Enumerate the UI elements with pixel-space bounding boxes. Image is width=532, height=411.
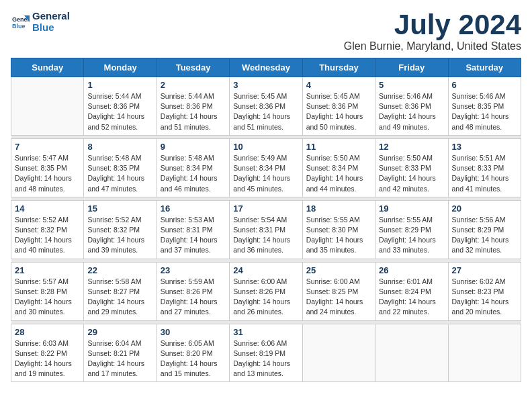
cell-1-1 (11, 77, 84, 136)
header: General Blue General Blue July 2024 Glen… (11, 11, 521, 52)
cell-info: Sunrise: 5:59 AM Sunset: 8:26 PM Dayligh… (161, 277, 226, 318)
cell-4-5: 25Sunrise: 6:00 AM Sunset: 8:25 PM Dayli… (302, 262, 375, 320)
week-row-2: 7Sunrise: 5:47 AM Sunset: 8:35 PM Daylig… (11, 138, 521, 197)
cell-5-5 (302, 324, 375, 382)
cell-date: 31 (233, 327, 298, 337)
cell-3-1: 14Sunrise: 5:52 AM Sunset: 8:32 PM Dayli… (11, 200, 84, 259)
cell-info: Sunrise: 6:00 AM Sunset: 8:26 PM Dayligh… (233, 277, 298, 318)
cell-2-5: 11Sunrise: 5:50 AM Sunset: 8:34 PM Dayli… (302, 138, 375, 197)
cell-info: Sunrise: 5:46 AM Sunset: 8:36 PM Dayligh… (379, 91, 444, 132)
cell-3-2: 15Sunrise: 5:52 AM Sunset: 8:32 PM Dayli… (84, 200, 157, 259)
cell-date: 15 (87, 203, 152, 214)
cell-1-5: 4Sunrise: 5:45 AM Sunset: 8:36 PM Daylig… (302, 77, 375, 136)
cell-date: 13 (452, 142, 517, 152)
cell-info: Sunrise: 6:06 AM Sunset: 8:19 PM Dayligh… (233, 338, 298, 379)
day-header-friday: Friday (375, 58, 448, 77)
cell-date: 11 (306, 142, 371, 152)
cell-5-1: 28Sunrise: 6:03 AM Sunset: 8:22 PM Dayli… (11, 324, 84, 382)
cell-date: 7 (15, 142, 80, 152)
cell-date: 9 (161, 142, 226, 152)
logo-general: General (32, 11, 70, 22)
cell-3-6: 19Sunrise: 5:55 AM Sunset: 8:29 PM Dayli… (375, 200, 448, 259)
cell-info: Sunrise: 5:54 AM Sunset: 8:31 PM Dayligh… (233, 215, 298, 256)
day-header-row: SundayMondayTuesdayWednesdayThursdayFrid… (11, 58, 521, 77)
cell-date: 25 (306, 265, 371, 275)
day-header-sunday: Sunday (11, 58, 84, 77)
cell-info: Sunrise: 5:44 AM Sunset: 8:36 PM Dayligh… (87, 91, 152, 132)
cell-info: Sunrise: 5:57 AM Sunset: 8:28 PM Dayligh… (15, 277, 80, 318)
cell-date: 3 (233, 80, 298, 90)
cell-date: 10 (233, 142, 298, 152)
cell-date: 8 (87, 142, 152, 152)
title-area: July 2024 Glen Burnie, Maryland, United … (344, 11, 521, 52)
logo-icon: General Blue (11, 13, 30, 32)
cell-info: Sunrise: 5:47 AM Sunset: 8:35 PM Dayligh… (15, 153, 80, 194)
cell-1-2: 1Sunrise: 5:44 AM Sunset: 8:36 PM Daylig… (84, 77, 157, 136)
cell-info: Sunrise: 6:04 AM Sunset: 8:21 PM Dayligh… (87, 338, 152, 379)
cell-3-5: 18Sunrise: 5:55 AM Sunset: 8:30 PM Dayli… (302, 200, 375, 259)
day-header-saturday: Saturday (448, 58, 521, 77)
cell-info: Sunrise: 5:45 AM Sunset: 8:36 PM Dayligh… (233, 91, 298, 132)
cell-2-3: 9Sunrise: 5:48 AM Sunset: 8:34 PM Daylig… (157, 138, 229, 197)
week-row-3: 14Sunrise: 5:52 AM Sunset: 8:32 PM Dayli… (11, 200, 521, 259)
cell-date: 29 (87, 327, 152, 337)
cell-1-7: 6Sunrise: 5:46 AM Sunset: 8:35 PM Daylig… (448, 77, 521, 136)
cell-info: Sunrise: 5:55 AM Sunset: 8:30 PM Dayligh… (306, 215, 371, 256)
logo-blue: Blue (32, 22, 70, 34)
cell-1-3: 2Sunrise: 5:44 AM Sunset: 8:36 PM Daylig… (157, 77, 229, 136)
cell-4-7: 27Sunrise: 6:02 AM Sunset: 8:23 PM Dayli… (448, 262, 521, 320)
cell-3-7: 20Sunrise: 5:56 AM Sunset: 8:29 PM Dayli… (448, 200, 521, 259)
cell-info: Sunrise: 5:45 AM Sunset: 8:36 PM Dayligh… (306, 91, 371, 132)
cell-date: 19 (379, 203, 444, 214)
cell-date: 6 (452, 80, 517, 90)
logo: General Blue General Blue (11, 11, 70, 33)
cell-info: Sunrise: 5:50 AM Sunset: 8:33 PM Dayligh… (379, 153, 444, 194)
cell-5-7 (448, 324, 521, 382)
cell-info: Sunrise: 6:00 AM Sunset: 8:25 PM Dayligh… (306, 277, 371, 318)
week-row-4: 21Sunrise: 5:57 AM Sunset: 8:28 PM Dayli… (11, 262, 521, 320)
cell-info: Sunrise: 5:50 AM Sunset: 8:34 PM Dayligh… (306, 153, 371, 194)
cell-date: 17 (233, 203, 298, 214)
cell-info: Sunrise: 5:52 AM Sunset: 8:32 PM Dayligh… (87, 215, 152, 256)
week-row-1: 1Sunrise: 5:44 AM Sunset: 8:36 PM Daylig… (11, 77, 521, 136)
day-header-tuesday: Tuesday (157, 58, 229, 77)
cell-date: 23 (161, 265, 226, 275)
cell-4-4: 24Sunrise: 6:00 AM Sunset: 8:26 PM Dayli… (230, 262, 302, 320)
cell-date: 1 (87, 80, 152, 90)
day-header-monday: Monday (84, 58, 157, 77)
cell-5-4: 31Sunrise: 6:06 AM Sunset: 8:19 PM Dayli… (230, 324, 302, 382)
cell-4-3: 23Sunrise: 5:59 AM Sunset: 8:26 PM Dayli… (157, 262, 229, 320)
cell-5-2: 29Sunrise: 6:04 AM Sunset: 8:21 PM Dayli… (84, 324, 157, 382)
cell-date: 24 (233, 265, 298, 275)
cell-4-1: 21Sunrise: 5:57 AM Sunset: 8:28 PM Dayli… (11, 262, 84, 320)
cell-date: 28 (15, 327, 80, 337)
cell-date: 12 (379, 142, 444, 152)
cell-info: Sunrise: 5:49 AM Sunset: 8:34 PM Dayligh… (233, 153, 298, 194)
cell-date: 4 (306, 80, 371, 90)
cell-1-6: 5Sunrise: 5:46 AM Sunset: 8:36 PM Daylig… (375, 77, 448, 136)
cell-date: 20 (452, 203, 517, 214)
cell-info: Sunrise: 5:44 AM Sunset: 8:36 PM Dayligh… (161, 91, 226, 132)
calendar-table: SundayMondayTuesdayWednesdayThursdayFrid… (11, 58, 521, 382)
cell-date: 14 (15, 203, 80, 214)
cell-date: 27 (452, 265, 517, 275)
cell-2-6: 12Sunrise: 5:50 AM Sunset: 8:33 PM Dayli… (375, 138, 448, 197)
cell-info: Sunrise: 5:51 AM Sunset: 8:33 PM Dayligh… (452, 153, 517, 194)
cell-info: Sunrise: 5:48 AM Sunset: 8:35 PM Dayligh… (87, 153, 152, 194)
cell-4-2: 22Sunrise: 5:58 AM Sunset: 8:27 PM Dayli… (84, 262, 157, 320)
cell-2-7: 13Sunrise: 5:51 AM Sunset: 8:33 PM Dayli… (448, 138, 521, 197)
cell-date: 21 (15, 265, 80, 275)
cell-info: Sunrise: 6:03 AM Sunset: 8:22 PM Dayligh… (15, 338, 80, 379)
cell-5-6 (375, 324, 448, 382)
cell-info: Sunrise: 5:48 AM Sunset: 8:34 PM Dayligh… (161, 153, 226, 194)
cell-date: 16 (161, 203, 226, 214)
cell-info: Sunrise: 5:46 AM Sunset: 8:35 PM Dayligh… (452, 91, 517, 132)
day-header-wednesday: Wednesday (230, 58, 302, 77)
calendar-title: July 2024 (344, 11, 521, 39)
cell-2-4: 10Sunrise: 5:49 AM Sunset: 8:34 PM Dayli… (230, 138, 302, 197)
svg-text:Blue: Blue (12, 23, 26, 30)
cell-5-3: 30Sunrise: 6:05 AM Sunset: 8:20 PM Dayli… (157, 324, 229, 382)
cell-2-2: 8Sunrise: 5:48 AM Sunset: 8:35 PM Daylig… (84, 138, 157, 197)
cell-date: 30 (161, 327, 226, 337)
cell-2-1: 7Sunrise: 5:47 AM Sunset: 8:35 PM Daylig… (11, 138, 84, 197)
